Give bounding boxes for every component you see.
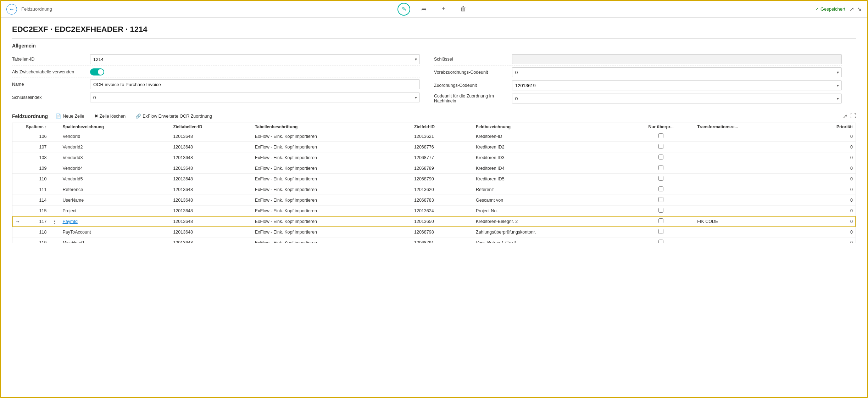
table-row[interactable]: 108VendorId312013648ExFlow - Eink. Kopf … [12,152,856,163]
neue-zeile-button[interactable]: 📄 Neue Zeile [54,112,86,120]
row-drag-cell[interactable] [49,152,60,163]
row-prioritat-cell: 0 [804,195,856,206]
row-spaltenbezeichnung-cell[interactable]: PaymId [60,216,170,227]
expand-icons[interactable]: ➚ ➘ [850,6,862,12]
vorabzuordnungs-select[interactable]: 0 [512,67,842,77]
add-button[interactable]: + [437,3,450,16]
col-prioritat-header[interactable]: Priorität [804,123,856,131]
row-nuruberpr-cell[interactable] [628,163,694,174]
row-drag-cell[interactable] [49,184,60,195]
row-feldbezeichnung-cell: Gescannt von [473,195,628,206]
row-nuruberpr-cell[interactable] [628,184,694,195]
row-transformationsre-cell [694,131,804,142]
row-nuruberpr-checkbox[interactable] [658,133,663,138]
tabellen-id-select[interactable]: 1214 [90,54,420,64]
row-drag-cell[interactable]: ⋮ [49,216,60,227]
als-zwischentabelle-toggle[interactable] [90,68,104,75]
col-zielfeldid-header[interactable]: Zielfeld-ID [411,123,473,131]
vorabzuordnungs-select-wrapper[interactable]: 0 ▼ [512,67,842,77]
codeunit-nachhinein-select[interactable]: 0 [512,94,842,103]
schluesselindex-select[interactable]: 0 [90,93,420,102]
zeile-loschen-button[interactable]: ✖ Zeile löschen [92,112,128,120]
row-nuruberpr-cell[interactable] [628,216,694,227]
table-row[interactable]: →117⋮PaymId12013648ExFlow - Eink. Kopf i… [12,216,856,227]
table-row[interactable]: 106VendorId12013648ExFlow - Eink. Kopf i… [12,131,856,142]
delete-button[interactable]: 🗑 [457,3,470,16]
table-row[interactable]: 110VendorId512013648ExFlow - Eink. Kopf … [12,174,856,184]
table-row[interactable]: 115Project12013648ExFlow - Eink. Kopf im… [12,206,856,216]
fz-fullscreen-icon[interactable]: ⛶ [850,113,856,119]
col-nuruberpr-header[interactable]: Nur überpr... [628,123,694,131]
schluesselindex-row: Schlüsselindex 0 ▼ [12,91,420,104]
table-row[interactable]: 109VendorId412013648ExFlow - Eink. Kopf … [12,163,856,174]
table-row[interactable]: 114UserName12013648ExFlow - Eink. Kopf i… [12,195,856,206]
row-prioritat-cell: 0 [804,163,856,174]
row-drag-cell[interactable] [49,131,60,142]
table-row[interactable]: 107VendorId212013648ExFlow - Eink. Kopf … [12,142,856,152]
row-drag-cell[interactable] [49,163,60,174]
row-prioritat-cell: 0 [804,216,856,227]
expand-icon[interactable]: ➚ [850,6,854,12]
table-row[interactable]: 118PayToAccount12013648ExFlow - Eink. Ko… [12,227,856,237]
row-drag-cell[interactable] [49,237,60,243]
row-nuruberpr-cell[interactable] [628,142,694,152]
row-nuruberpr-checkbox[interactable] [658,165,663,170]
row-nuruberpr-cell[interactable] [628,227,694,237]
row-drag-cell[interactable] [49,206,60,216]
row-tabbeschr-cell: ExFlow - Eink. Kopf importieren [252,163,411,174]
row-drag-cell[interactable] [49,174,60,184]
table-row[interactable]: 119MiscHead112013648ExFlow - Eink. Kopf … [12,237,856,243]
codeunit-nachhinein-select-wrapper[interactable]: 0 ▼ [512,94,842,103]
zuordnungs-select-wrapper[interactable]: 12013619 ▼ [512,80,842,90]
row-transformationsre-cell [694,206,804,216]
drag-icon[interactable]: ⋮ [52,219,57,224]
allgemein-section-title: Allgemein [12,43,856,49]
table-scroll-wrapper[interactable]: Spaltenr. Spaltenbezeichnung Zieltabelle… [12,123,856,243]
name-input[interactable] [90,79,420,89]
row-nuruberpr-cell[interactable] [628,237,694,243]
fz-expand-icon[interactable]: ➚ [843,113,847,119]
schluessel-input [512,54,842,64]
edit-button[interactable]: ✎ [397,3,410,16]
row-arrow-cell [12,142,23,152]
col-tabbeschr-header[interactable]: Tabellenbeschriftung [252,123,411,131]
row-nuruberpr-cell[interactable] [628,206,694,216]
row-drag-cell[interactable] [49,227,60,237]
row-nuruberpr-checkbox[interactable] [658,240,663,243]
exflow-button[interactable]: 🔗 ExFlow Erweiterte OCR Zuordnung [133,112,214,120]
neue-zeile-label: Neue Zeile [63,114,84,119]
schluesselindex-select-wrapper[interactable]: 0 ▼ [90,93,420,102]
row-nuruberpr-checkbox[interactable] [658,208,663,213]
row-nuruberpr-checkbox[interactable] [658,176,663,181]
row-zielfeldid-cell: 12068789 [411,163,473,174]
row-nuruberpr-checkbox[interactable] [658,144,663,149]
row-nuruberpr-cell[interactable] [628,174,694,184]
col-spaltenr-header[interactable]: Spaltenr. [23,123,49,131]
zuordnungs-select[interactable]: 12013619 [512,80,842,90]
row-nuruberpr-cell[interactable] [628,195,694,206]
row-drag-cell[interactable] [49,142,60,152]
col-feldbezeichnung-header[interactable]: Feldbezeichnung [473,123,628,131]
tabellen-id-select-wrapper[interactable]: 1214 ▼ [90,54,420,64]
row-nuruberpr-cell[interactable] [628,152,694,163]
row-transformationsre-cell [694,152,804,163]
col-spaltenbezeichnung-header[interactable]: Spaltenbezeichnung [60,123,170,131]
shrink-icon[interactable]: ➘ [857,6,862,12]
row-nuruberpr-checkbox[interactable] [658,229,663,234]
name-value [90,79,420,89]
row-nuruberpr-cell[interactable] [628,131,694,142]
row-arrow-cell [12,174,23,184]
row-zielfeldid-cell: 12013624 [411,206,473,216]
row-nuruberpr-checkbox[interactable] [658,197,663,202]
row-nuruberpr-checkbox[interactable] [658,186,663,191]
back-button[interactable]: ← [6,4,17,15]
row-drag-cell[interactable] [49,195,60,206]
table-row[interactable]: 111Reference12013648ExFlow - Eink. Kopf … [12,184,856,195]
col-zieltabid-header[interactable]: Zieltabellen-ID [170,123,252,131]
row-nr-cell: 109 [23,163,49,174]
share-button[interactable]: ➦ [417,3,430,16]
schluessel-label: Schlüssel [434,57,512,62]
col-transformationsre-header[interactable]: Transformationsre... [694,123,804,131]
row-nuruberpr-checkbox[interactable] [658,218,663,223]
row-nuruberpr-checkbox[interactable] [658,155,663,159]
